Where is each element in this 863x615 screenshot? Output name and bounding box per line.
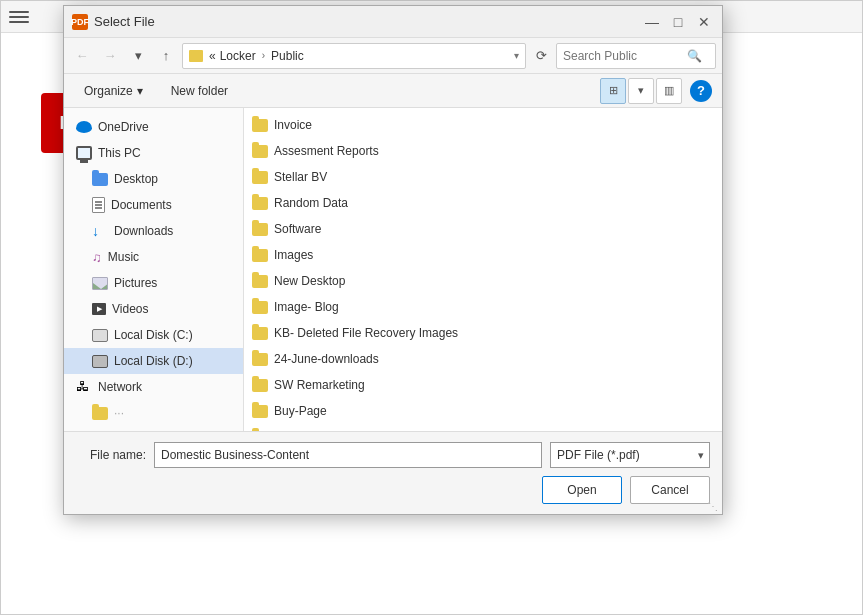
new-folder-button[interactable]: New folder bbox=[161, 78, 238, 104]
file-item[interactable]: SW Remarketing bbox=[244, 372, 722, 398]
sidebar-label-pictures: Pictures bbox=[114, 276, 157, 290]
new-folder-label: New folder bbox=[171, 84, 228, 98]
file-item[interactable]: Invoice bbox=[244, 112, 722, 138]
file-folder-icon bbox=[252, 171, 268, 184]
path-folder-icon bbox=[189, 50, 203, 62]
sidebar-item-more[interactable]: ∙∙∙ bbox=[64, 400, 243, 426]
file-item[interactable]: Images bbox=[244, 242, 722, 268]
dropdown-button[interactable]: ▾ bbox=[126, 44, 150, 68]
dialog-title-text: Select File bbox=[94, 14, 155, 29]
local-c-icon bbox=[92, 329, 108, 342]
sidebar-item-music[interactable]: ♫ Music bbox=[64, 244, 243, 270]
pictures-icon bbox=[92, 277, 108, 290]
app-menu-icon[interactable] bbox=[9, 7, 29, 27]
sidebar-item-videos[interactable]: Videos bbox=[64, 296, 243, 322]
search-box[interactable]: 🔍 bbox=[556, 43, 716, 69]
organize-button[interactable]: Organize ▾ bbox=[74, 78, 153, 104]
desktop-icon bbox=[92, 173, 108, 186]
open-button[interactable]: Open bbox=[542, 476, 622, 504]
sidebar: OneDrive This PC Desktop Documents bbox=[64, 108, 244, 431]
sidebar-item-downloads[interactable]: Downloads bbox=[64, 218, 243, 244]
file-name: Invoice bbox=[274, 118, 312, 132]
file-name: Assesment Reports bbox=[274, 144, 379, 158]
help-button[interactable]: ? bbox=[690, 80, 712, 102]
forward-button[interactable]: → bbox=[98, 44, 122, 68]
toolbar: Organize ▾ New folder ⊞ ▾ ▥ ? bbox=[64, 74, 722, 108]
filetype-wrapper: PDF File (*.pdf) All Files (*.*) bbox=[550, 442, 710, 468]
sidebar-item-pictures[interactable]: Pictures bbox=[64, 270, 243, 296]
music-icon: ♫ bbox=[92, 251, 102, 264]
address-bar: ← → ▾ ↑ « Locker › Public ▾ ⟳ 🔍 bbox=[64, 38, 722, 74]
path-separator: › bbox=[262, 50, 265, 61]
up-button[interactable]: ↑ bbox=[154, 44, 178, 68]
dialog-body: OneDrive This PC Desktop Documents bbox=[64, 108, 722, 431]
address-path[interactable]: « Locker › Public ▾ bbox=[182, 43, 526, 69]
file-name: Image- Blog bbox=[274, 300, 339, 314]
view-dropdown-arrow: ▾ bbox=[638, 84, 644, 97]
file-name: SW Remarketing bbox=[274, 378, 365, 392]
refresh-button[interactable]: ⟳ bbox=[530, 45, 552, 67]
file-name: 24-June-downloads bbox=[274, 352, 379, 366]
sidebar-item-desktop[interactable]: Desktop bbox=[64, 166, 243, 192]
network-icon bbox=[76, 379, 92, 395]
organize-arrow: ▾ bbox=[137, 84, 143, 98]
file-item[interactable]: Assesment Reports bbox=[244, 138, 722, 164]
sidebar-item-local-d[interactable]: Local Disk (D:) bbox=[64, 348, 243, 374]
file-item[interactable]: Random Data bbox=[244, 190, 722, 216]
file-name: Buy-Page bbox=[274, 404, 327, 418]
file-folder-icon bbox=[252, 119, 268, 132]
file-dialog: PDF Select File — □ ✕ ← → ▾ ↑ « Locker ›… bbox=[63, 5, 723, 515]
cancel-button[interactable]: Cancel bbox=[630, 476, 710, 504]
file-item[interactable]: KB- Deleted File Recovery Images bbox=[244, 320, 722, 346]
sidebar-label-more: ∙∙∙ bbox=[114, 406, 124, 420]
search-icon: 🔍 bbox=[687, 49, 702, 63]
file-item[interactable]: Buy-Page bbox=[244, 398, 722, 424]
file-folder-icon bbox=[252, 197, 268, 210]
sidebar-label-network: Network bbox=[98, 380, 142, 394]
file-item[interactable]: New Desktop bbox=[244, 268, 722, 294]
file-name: New Desktop bbox=[274, 274, 345, 288]
sidebar-label-downloads: Downloads bbox=[114, 224, 173, 238]
sidebar-item-network[interactable]: Network bbox=[64, 374, 243, 400]
file-folder-icon bbox=[252, 431, 268, 432]
minimize-button[interactable]: — bbox=[642, 12, 662, 32]
maximize-button[interactable]: □ bbox=[668, 12, 688, 32]
path-dropdown-arrow: ▾ bbox=[514, 50, 519, 61]
sidebar-label-music: Music bbox=[108, 250, 139, 264]
path-locker: Locker bbox=[220, 49, 256, 63]
filetype-select[interactable]: PDF File (*.pdf) All Files (*.*) bbox=[550, 442, 710, 468]
resize-handle[interactable]: ⋱ bbox=[708, 501, 718, 512]
path-public: Public bbox=[271, 49, 304, 63]
documents-icon bbox=[92, 197, 105, 213]
file-item[interactable]: Product Images bbox=[244, 424, 722, 431]
back-button[interactable]: ← bbox=[70, 44, 94, 68]
pane-button[interactable]: ▥ bbox=[656, 78, 682, 104]
view-dropdown-button[interactable]: ▾ bbox=[628, 78, 654, 104]
sidebar-item-onedrive[interactable]: OneDrive bbox=[64, 114, 243, 140]
dialog-title-left: PDF Select File bbox=[72, 14, 155, 30]
file-folder-icon bbox=[252, 249, 268, 262]
grid-view-icon: ⊞ bbox=[609, 84, 618, 97]
search-input[interactable] bbox=[563, 49, 683, 63]
close-button[interactable]: ✕ bbox=[694, 12, 714, 32]
sidebar-item-documents[interactable]: Documents bbox=[64, 192, 243, 218]
file-item[interactable]: 24-June-downloads bbox=[244, 346, 722, 372]
buttons-row: Open Cancel bbox=[76, 476, 710, 504]
app-background: PL PDF Select File — □ ✕ ← → ▾ ↑ bbox=[0, 0, 863, 615]
grid-view-button[interactable]: ⊞ bbox=[600, 78, 626, 104]
organize-label: Organize bbox=[84, 84, 133, 98]
file-folder-icon bbox=[252, 405, 268, 418]
path-prefix: « bbox=[209, 49, 216, 63]
sidebar-label-local-d: Local Disk (D:) bbox=[114, 354, 193, 368]
filename-input[interactable] bbox=[154, 442, 542, 468]
view-buttons: ⊞ ▾ ▥ bbox=[600, 78, 682, 104]
file-item[interactable]: Software bbox=[244, 216, 722, 242]
sidebar-item-this-pc[interactable]: This PC bbox=[64, 140, 243, 166]
dialog-titlebar: PDF Select File — □ ✕ bbox=[64, 6, 722, 38]
sidebar-item-local-c[interactable]: Local Disk (C:) bbox=[64, 322, 243, 348]
sidebar-label-documents: Documents bbox=[111, 198, 172, 212]
file-folder-icon bbox=[252, 223, 268, 236]
file-item[interactable]: Image- Blog bbox=[244, 294, 722, 320]
file-item[interactable]: Stellar BV bbox=[244, 164, 722, 190]
local-d-icon bbox=[92, 355, 108, 368]
